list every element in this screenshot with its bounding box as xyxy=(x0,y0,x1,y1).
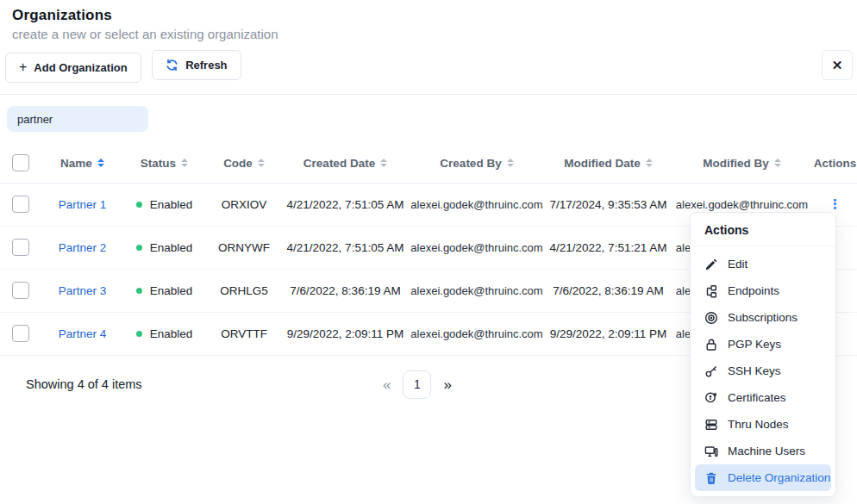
toolbar: + Add Organization Refresh ✕ xyxy=(0,50,857,95)
trash-icon xyxy=(704,471,718,485)
column-header-modified-date[interactable]: Modified Date xyxy=(546,144,671,183)
table-header-row: Name Status Code Created Date Created By xyxy=(0,144,857,183)
organizations-page: Organizations create a new or select an … xyxy=(0,0,857,504)
select-all-checkbox[interactable] xyxy=(12,154,29,171)
status-badge: Enabled xyxy=(136,327,193,340)
add-organization-button[interactable]: + Add Organization xyxy=(5,53,141,83)
menu-item-pgp-keys[interactable]: PGP Keys xyxy=(695,331,831,358)
created-date-cell: 7/6/2022, 8:36:19 AM xyxy=(283,269,408,312)
page-number-button[interactable]: 1 xyxy=(403,370,431,399)
menu-item-thru-nodes[interactable]: Thru Nodes xyxy=(695,411,831,438)
modified-date-cell: 7/6/2022, 8:36:19 AM xyxy=(546,269,671,312)
pencil-icon xyxy=(704,258,718,271)
code-cell: ORXIOV xyxy=(205,183,283,226)
actions-dropdown-menu: Actions Edit Endpoints xyxy=(690,212,836,497)
refresh-icon xyxy=(166,59,178,72)
certificate-badge-icon xyxy=(704,391,718,405)
modified-date-cell: 4/21/2022, 7:51:21 AM xyxy=(546,226,671,269)
organization-link[interactable]: Partner 1 xyxy=(59,198,107,211)
created-date-cell: 4/21/2022, 7:51:05 AM xyxy=(283,183,408,226)
page-header: Organizations create a new or select an … xyxy=(0,0,857,41)
column-header-created-by[interactable]: Created By xyxy=(408,144,546,183)
status-dot-icon xyxy=(136,331,142,337)
row-checkbox[interactable] xyxy=(12,239,29,256)
close-button[interactable]: ✕ xyxy=(822,50,853,80)
row-checkbox[interactable] xyxy=(12,325,29,342)
code-cell: ORVTTF xyxy=(205,312,283,355)
modified-date-cell: 9/29/2022, 2:09:11 PM xyxy=(546,312,671,355)
sort-icon xyxy=(97,159,104,167)
menu-item-subscriptions[interactable]: Subscriptions xyxy=(695,304,831,331)
pagination: « 1 » xyxy=(383,370,452,399)
menu-item-edit[interactable]: Edit xyxy=(695,251,831,277)
previous-page-button[interactable]: « xyxy=(383,377,391,392)
close-icon: ✕ xyxy=(832,58,843,73)
refresh-label: Refresh xyxy=(185,59,227,72)
menu-item-delete-organization[interactable]: Delete Organization xyxy=(695,464,831,491)
created-by-cell: alexei.godek@thruinc.com xyxy=(408,226,546,269)
status-dot-icon xyxy=(136,245,142,251)
row-checkbox[interactable] xyxy=(12,196,29,213)
column-header-created-date[interactable]: Created Date xyxy=(283,144,408,183)
menu-item-endpoints[interactable]: Endpoints xyxy=(695,277,831,304)
sort-icon xyxy=(646,159,653,167)
next-page-button[interactable]: » xyxy=(443,377,451,392)
created-by-cell: alexei.godek@thruinc.com xyxy=(408,312,546,355)
created-by-cell: alexei.godek@thruinc.com xyxy=(408,183,546,226)
code-cell: ORNYWF xyxy=(205,226,283,269)
menu-item-ssh-keys[interactable]: SSH Keys xyxy=(695,358,831,384)
lock-icon xyxy=(704,338,718,352)
filter-bar xyxy=(0,95,857,144)
sort-icon xyxy=(507,159,514,167)
diagram-tree-icon xyxy=(704,284,718,298)
organization-link[interactable]: Partner 2 xyxy=(59,241,107,254)
modified-date-cell: 7/17/2024, 9:35:53 AM xyxy=(546,183,671,226)
sort-icon xyxy=(774,159,781,167)
menu-item-certificates[interactable]: Certificates xyxy=(695,384,831,411)
actions-menu-title: Actions xyxy=(691,213,835,246)
created-date-cell: 9/29/2022, 2:09:11 PM xyxy=(283,312,408,355)
status-dot-icon xyxy=(136,202,142,208)
menu-item-machine-users[interactable]: Machine Users xyxy=(695,438,831,464)
column-header-modified-by[interactable]: Modified By xyxy=(671,144,813,183)
column-header-actions: Actions xyxy=(813,144,857,183)
plus-icon: + xyxy=(19,60,27,74)
items-summary: Showing 4 of 4 items xyxy=(26,377,142,391)
key-icon xyxy=(704,364,718,378)
column-header-code[interactable]: Code xyxy=(205,144,283,183)
machine-display-icon xyxy=(704,445,718,458)
status-badge: Enabled xyxy=(136,284,193,297)
created-by-cell: alexei.godek@thruinc.com xyxy=(408,269,546,312)
sort-icon xyxy=(181,159,188,167)
sort-icon xyxy=(380,159,387,167)
status-dot-icon xyxy=(136,288,142,294)
code-cell: ORHLG5 xyxy=(205,269,283,312)
status-badge: Enabled xyxy=(136,198,193,211)
eye-icon xyxy=(704,311,718,325)
search-input[interactable] xyxy=(7,106,148,132)
add-organization-label: Add Organization xyxy=(34,61,127,74)
column-header-status[interactable]: Status xyxy=(123,144,205,183)
refresh-button[interactable]: Refresh xyxy=(152,50,241,80)
row-checkbox[interactable] xyxy=(12,282,29,299)
sort-icon xyxy=(258,159,265,167)
page-subtitle: create a new or select an existing organ… xyxy=(12,27,845,41)
row-actions-kebab-icon[interactable]: ⋮ xyxy=(829,196,841,211)
status-badge: Enabled xyxy=(136,241,193,254)
server-stack-icon xyxy=(704,418,718,432)
page-title: Organizations xyxy=(12,7,845,24)
organization-link[interactable]: Partner 3 xyxy=(59,284,107,297)
created-date-cell: 4/21/2022, 7:51:05 AM xyxy=(283,226,408,269)
organization-link[interactable]: Partner 4 xyxy=(59,327,107,340)
column-header-name[interactable]: Name xyxy=(41,144,123,183)
